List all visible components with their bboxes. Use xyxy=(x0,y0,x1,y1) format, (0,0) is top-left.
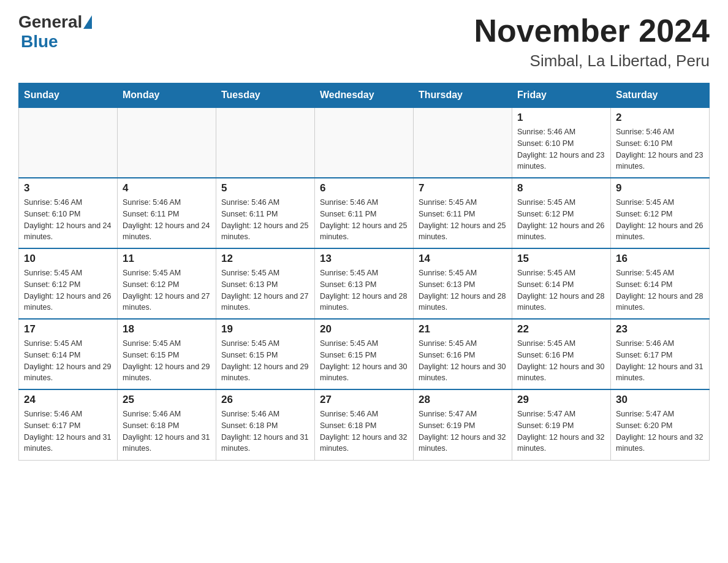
day-info: Sunrise: 5:45 AMSunset: 6:15 PMDaylight:… xyxy=(320,338,408,384)
day-info: Sunrise: 5:46 AMSunset: 6:17 PMDaylight:… xyxy=(616,338,704,384)
day-number: 24 xyxy=(24,394,112,406)
calendar-day-cell: 4Sunrise: 5:46 AMSunset: 6:11 PMDaylight… xyxy=(118,178,216,248)
logo-blue-text: Blue xyxy=(21,32,58,51)
calendar-week-row: 17Sunrise: 5:45 AMSunset: 6:14 PMDayligh… xyxy=(19,319,710,389)
day-number: 21 xyxy=(419,323,507,335)
day-info: Sunrise: 5:46 AMSunset: 6:11 PMDaylight:… xyxy=(123,197,211,243)
day-number: 16 xyxy=(616,253,704,265)
day-info: Sunrise: 5:46 AMSunset: 6:18 PMDaylight:… xyxy=(221,408,309,454)
calendar-day-cell: 16Sunrise: 5:45 AMSunset: 6:14 PMDayligh… xyxy=(611,248,710,319)
day-info: Sunrise: 5:46 AMSunset: 6:17 PMDaylight:… xyxy=(24,408,112,454)
logo-general-text: General xyxy=(18,12,82,32)
calendar-day-cell: 19Sunrise: 5:45 AMSunset: 6:15 PMDayligh… xyxy=(216,319,315,389)
calendar-day-cell: 14Sunrise: 5:45 AMSunset: 6:13 PMDayligh… xyxy=(414,248,512,319)
calendar-day-cell: 7Sunrise: 5:45 AMSunset: 6:11 PMDaylight… xyxy=(414,178,512,248)
calendar-day-cell xyxy=(216,107,315,178)
day-info: Sunrise: 5:45 AMSunset: 6:12 PMDaylight:… xyxy=(517,197,605,243)
calendar-day-cell: 10Sunrise: 5:45 AMSunset: 6:12 PMDayligh… xyxy=(19,248,118,319)
day-info: Sunrise: 5:45 AMSunset: 6:12 PMDaylight:… xyxy=(123,267,211,313)
calendar-day-cell: 3Sunrise: 5:46 AMSunset: 6:10 PMDaylight… xyxy=(19,178,118,248)
day-number: 23 xyxy=(616,323,704,335)
day-number: 20 xyxy=(320,323,408,335)
day-number: 28 xyxy=(419,394,507,406)
calendar-day-cell: 17Sunrise: 5:45 AMSunset: 6:14 PMDayligh… xyxy=(19,319,118,389)
calendar-day-cell xyxy=(19,107,118,178)
day-number: 14 xyxy=(419,253,507,265)
calendar-day-cell: 11Sunrise: 5:45 AMSunset: 6:12 PMDayligh… xyxy=(118,248,216,319)
day-info: Sunrise: 5:46 AMSunset: 6:18 PMDaylight:… xyxy=(123,408,211,454)
day-number: 8 xyxy=(517,182,605,194)
calendar-day-cell: 22Sunrise: 5:45 AMSunset: 6:16 PMDayligh… xyxy=(512,319,611,389)
day-number: 26 xyxy=(221,394,309,406)
day-number: 22 xyxy=(517,323,605,335)
day-number: 10 xyxy=(24,253,112,265)
day-number: 9 xyxy=(616,182,704,194)
calendar-day-header: Wednesday xyxy=(315,83,414,108)
calendar-day-cell: 12Sunrise: 5:45 AMSunset: 6:13 PMDayligh… xyxy=(216,248,315,319)
page-header: General Blue November 2024 Simbal, La Li… xyxy=(18,12,710,71)
calendar-header-row: SundayMondayTuesdayWednesdayThursdayFrid… xyxy=(19,83,710,108)
day-info: Sunrise: 5:45 AMSunset: 6:13 PMDaylight:… xyxy=(221,267,309,313)
day-info: Sunrise: 5:45 AMSunset: 6:15 PMDaylight:… xyxy=(123,338,211,384)
calendar-day-cell: 13Sunrise: 5:45 AMSunset: 6:13 PMDayligh… xyxy=(315,248,414,319)
day-info: Sunrise: 5:45 AMSunset: 6:14 PMDaylight:… xyxy=(24,338,112,384)
day-info: Sunrise: 5:47 AMSunset: 6:19 PMDaylight:… xyxy=(517,408,605,454)
day-number: 6 xyxy=(320,182,408,194)
calendar-day-header: Saturday xyxy=(611,83,710,108)
day-number: 1 xyxy=(517,112,605,124)
calendar-day-cell: 9Sunrise: 5:45 AMSunset: 6:12 PMDaylight… xyxy=(611,178,710,248)
calendar-day-header: Friday xyxy=(512,83,611,108)
calendar-day-cell: 20Sunrise: 5:45 AMSunset: 6:15 PMDayligh… xyxy=(315,319,414,389)
day-number: 5 xyxy=(221,182,309,194)
day-number: 27 xyxy=(320,394,408,406)
day-info: Sunrise: 5:47 AMSunset: 6:20 PMDaylight:… xyxy=(616,408,704,454)
day-number: 18 xyxy=(123,323,211,335)
calendar-week-row: 24Sunrise: 5:46 AMSunset: 6:17 PMDayligh… xyxy=(19,389,710,460)
day-number: 7 xyxy=(419,182,507,194)
calendar-day-cell: 26Sunrise: 5:46 AMSunset: 6:18 PMDayligh… xyxy=(216,389,315,460)
day-info: Sunrise: 5:45 AMSunset: 6:14 PMDaylight:… xyxy=(517,267,605,313)
calendar-day-cell: 1Sunrise: 5:46 AMSunset: 6:10 PMDaylight… xyxy=(512,107,611,178)
calendar-day-cell: 18Sunrise: 5:45 AMSunset: 6:15 PMDayligh… xyxy=(118,319,216,389)
calendar-day-cell: 24Sunrise: 5:46 AMSunset: 6:17 PMDayligh… xyxy=(19,389,118,460)
day-info: Sunrise: 5:45 AMSunset: 6:12 PMDaylight:… xyxy=(616,197,704,243)
logo-triangle-icon xyxy=(83,15,92,29)
calendar-table: SundayMondayTuesdayWednesdayThursdayFrid… xyxy=(18,83,710,461)
calendar-day-cell: 6Sunrise: 5:46 AMSunset: 6:11 PMDaylight… xyxy=(315,178,414,248)
day-info: Sunrise: 5:45 AMSunset: 6:16 PMDaylight:… xyxy=(419,338,507,384)
day-number: 4 xyxy=(123,182,211,194)
calendar-day-header: Sunday xyxy=(19,83,118,108)
calendar-day-cell: 2Sunrise: 5:46 AMSunset: 6:10 PMDaylight… xyxy=(611,107,710,178)
day-number: 13 xyxy=(320,253,408,265)
day-info: Sunrise: 5:45 AMSunset: 6:15 PMDaylight:… xyxy=(221,338,309,384)
day-info: Sunrise: 5:46 AMSunset: 6:10 PMDaylight:… xyxy=(616,126,704,172)
calendar-week-row: 1Sunrise: 5:46 AMSunset: 6:10 PMDaylight… xyxy=(19,107,710,178)
day-number: 25 xyxy=(123,394,211,406)
day-number: 3 xyxy=(24,182,112,194)
calendar-day-cell xyxy=(414,107,512,178)
day-info: Sunrise: 5:45 AMSunset: 6:14 PMDaylight:… xyxy=(616,267,704,313)
calendar-day-cell: 28Sunrise: 5:47 AMSunset: 6:19 PMDayligh… xyxy=(414,389,512,460)
month-title: November 2024 xyxy=(474,12,710,49)
calendar-day-cell: 15Sunrise: 5:45 AMSunset: 6:14 PMDayligh… xyxy=(512,248,611,319)
calendar-day-cell: 25Sunrise: 5:46 AMSunset: 6:18 PMDayligh… xyxy=(118,389,216,460)
day-number: 11 xyxy=(123,253,211,265)
day-number: 15 xyxy=(517,253,605,265)
calendar-day-header: Tuesday xyxy=(216,83,315,108)
calendar-day-cell xyxy=(118,107,216,178)
day-number: 19 xyxy=(221,323,309,335)
title-block: November 2024 Simbal, La Libertad, Peru xyxy=(474,12,710,71)
calendar-day-header: Monday xyxy=(118,83,216,108)
calendar-day-cell: 8Sunrise: 5:45 AMSunset: 6:12 PMDaylight… xyxy=(512,178,611,248)
calendar-day-cell xyxy=(315,107,414,178)
day-number: 12 xyxy=(221,253,309,265)
calendar-day-header: Thursday xyxy=(414,83,512,108)
day-info: Sunrise: 5:45 AMSunset: 6:16 PMDaylight:… xyxy=(517,338,605,384)
calendar-day-cell: 29Sunrise: 5:47 AMSunset: 6:19 PMDayligh… xyxy=(512,389,611,460)
calendar-week-row: 3Sunrise: 5:46 AMSunset: 6:10 PMDaylight… xyxy=(19,178,710,248)
day-info: Sunrise: 5:45 AMSunset: 6:13 PMDaylight:… xyxy=(320,267,408,313)
calendar-day-cell: 30Sunrise: 5:47 AMSunset: 6:20 PMDayligh… xyxy=(611,389,710,460)
day-info: Sunrise: 5:46 AMSunset: 6:11 PMDaylight:… xyxy=(320,197,408,243)
day-number: 2 xyxy=(616,112,704,124)
day-info: Sunrise: 5:46 AMSunset: 6:11 PMDaylight:… xyxy=(221,197,309,243)
